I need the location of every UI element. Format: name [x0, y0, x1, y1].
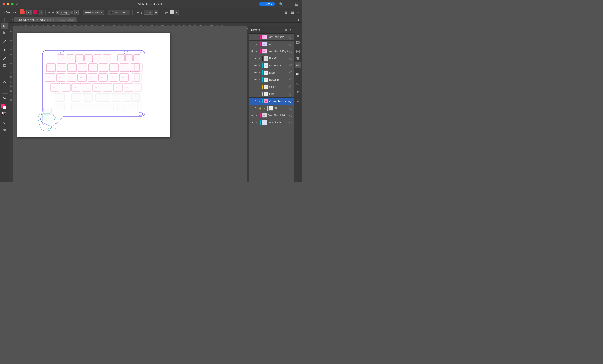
- canvas-content[interactable]: A1 A2 A3 A4 A5 A6 A7 A8 A9: [13, 26, 249, 182]
- rectangle-tool-button[interactable]: [1, 62, 8, 69]
- layer-target-circle[interactable]: [289, 71, 292, 74]
- stroke-increase[interactable]: ▲: [56, 11, 59, 14]
- appearance-icon-button[interactable]: [295, 80, 301, 86]
- layer-row[interactable]: ▶ img Don't look here.: [249, 34, 294, 41]
- paragraph-icon-button[interactable]: [295, 89, 301, 95]
- direct-selection-tool-button[interactable]: [1, 30, 8, 36]
- adjustments-icon-button[interactable]: [295, 33, 301, 39]
- shape-builder-tool-button[interactable]: [1, 95, 8, 101]
- fill-stroke-swatch[interactable]: [20, 10, 25, 15]
- touch-button[interactable]: Touch Call... ▾: [108, 10, 130, 15]
- layer-row-selected[interactable]: 👁 ▶ ⌨ All switch cutouts: [249, 98, 294, 105]
- selection-tool-button[interactable]: [1, 23, 8, 29]
- layer-row[interactable]: 👁 ▶ ⌨ Drop Thumb left: [249, 112, 294, 119]
- layer-target-circle[interactable]: [289, 35, 292, 38]
- line-tool-button[interactable]: [1, 56, 8, 62]
- zoom-tool-button[interactable]: [1, 120, 8, 126]
- scrollbar-vertical[interactable]: ▲ ▼: [247, 26, 249, 182]
- layer-row[interactable]: □ Guides: [249, 83, 294, 91]
- align-button[interactable]: ⊟: [290, 10, 295, 15]
- style-dropdown[interactable]: ▾: [175, 10, 179, 15]
- layer-target-circle[interactable]: [289, 107, 292, 110]
- layer-row[interactable]: 👁 ▶ □ Under the bed: [249, 119, 294, 126]
- gradient-icon-button[interactable]: [295, 71, 301, 77]
- document-tab[interactable]: ✕ quefrency-rev2-HM [v2].ai* @ 66.67 % (…: [14, 17, 77, 22]
- share-button[interactable]: 👤 Share: [259, 2, 275, 6]
- layer-row[interactable]: 👁 🔒 ▶ □ CT: [249, 105, 294, 112]
- expand-arrow[interactable]: ▶: [258, 78, 261, 81]
- visibility-toggle[interactable]: 👁: [250, 114, 254, 117]
- layer-row[interactable]: □ Hide: [249, 91, 294, 98]
- uniform-button[interactable]: Uniform ▾: [83, 10, 104, 15]
- more-button[interactable]: ≡: [296, 10, 300, 15]
- tab-collapse[interactable]: ≫: [11, 18, 13, 21]
- expand-arrow[interactable]: ▶: [258, 57, 261, 60]
- comment-icon-button[interactable]: [295, 40, 301, 46]
- layer-target-circle[interactable]: [289, 78, 292, 81]
- layer-target-circle[interactable]: [289, 85, 292, 88]
- fill-dropdown[interactable]: ▾: [26, 10, 31, 15]
- stroke-type-dropdown[interactable]: ▾: [39, 10, 43, 15]
- layer-target-circle[interactable]: [289, 50, 292, 53]
- type-tool-button[interactable]: T: [1, 47, 8, 53]
- visibility-toggle[interactable]: 👁: [250, 49, 254, 53]
- tab-close-icon[interactable]: ✕: [16, 18, 18, 21]
- layer-row[interactable]: 👁 ▶ □ BottomR: [249, 76, 294, 83]
- home-icon[interactable]: ⌂: [16, 2, 18, 6]
- layers-icon-button[interactable]: [295, 62, 301, 68]
- pen-tool-button[interactable]: [1, 38, 8, 45]
- layer-target-circle[interactable]: [289, 43, 292, 46]
- visibility-toggle[interactable]: [250, 35, 254, 39]
- visibility-toggle[interactable]: 👁: [254, 57, 257, 60]
- fullscreen-button[interactable]: [11, 3, 14, 5]
- rotate-tool-button[interactable]: [1, 79, 8, 86]
- panels-button[interactable]: ▤: [294, 2, 299, 7]
- expand-arrow[interactable]: ▶: [255, 43, 258, 46]
- scroll-up-button[interactable]: ▲: [247, 26, 249, 30]
- visibility-toggle[interactable]: 👁: [254, 71, 257, 75]
- expand-arrow[interactable]: ▶: [258, 100, 261, 103]
- expand-arrow[interactable]: ▶: [258, 64, 261, 67]
- align-icon-button[interactable]: [295, 56, 301, 61]
- libraries-icon-button[interactable]: [295, 49, 301, 55]
- grid-view-button[interactable]: ⊞: [284, 10, 289, 15]
- layer-target-circle[interactable]: [289, 114, 292, 117]
- expand-arrow[interactable]: ▶: [263, 107, 266, 110]
- visibility-toggle[interactable]: 👁: [254, 99, 257, 103]
- visibility-toggle[interactable]: [250, 42, 254, 46]
- pencil-tool-button[interactable]: [1, 71, 8, 77]
- scroll-right-button[interactable]: ▶: [298, 18, 300, 21]
- layer-target-circle[interactable]: [289, 93, 292, 95]
- visibility-toggle[interactable]: 👁: [254, 106, 257, 110]
- workspace-button[interactable]: ⊞: [287, 2, 291, 7]
- expand-arrow[interactable]: ▶: [258, 71, 261, 74]
- layer-row[interactable]: 👁 ▶ □ PlateR: [249, 55, 294, 62]
- warp-tool-button[interactable]: [1, 86, 8, 92]
- hand-tool-button[interactable]: [1, 127, 8, 133]
- layers-menu-button[interactable]: ≡: [290, 28, 291, 31]
- opacity-more[interactable]: ▶: [154, 10, 159, 15]
- layer-row[interactable]: 👁 ▼ ⌨ Drop Thumb Right: [249, 48, 294, 55]
- visibility-toggle[interactable]: 👁: [250, 121, 254, 124]
- layer-target-circle[interactable]: [289, 64, 292, 67]
- layer-target-circle[interactable]: [289, 57, 292, 60]
- visibility-toggle[interactable]: 👁: [254, 78, 257, 82]
- search-button[interactable]: 🔍: [278, 2, 284, 7]
- type-icon-button[interactable]: A: [295, 98, 301, 104]
- visibility-toggle[interactable]: [254, 85, 257, 89]
- visibility-toggle[interactable]: 👁: [254, 64, 257, 67]
- close-button[interactable]: [2, 3, 5, 5]
- layer-target-circle[interactable]: [289, 100, 292, 103]
- layer-target-circle[interactable]: [289, 121, 292, 124]
- fill-stroke-color-swatch[interactable]: [1, 104, 8, 110]
- expand-arrow[interactable]: ▶: [255, 121, 258, 124]
- layer-row[interactable]: 👁 ▶ □ Mid-HoleR: [249, 62, 294, 69]
- stroke-unit-dropdown[interactable]: ▾: [74, 10, 79, 15]
- expand-arrow[interactable]: ▶: [255, 35, 258, 38]
- expand-arrow[interactable]: ▶: [255, 114, 258, 117]
- visibility-toggle[interactable]: [254, 92, 257, 96]
- minimize-button[interactable]: [7, 3, 9, 5]
- no-fill-icon[interactable]: [3, 112, 6, 115]
- layer-row[interactable]: ▶ img Notes: [249, 41, 294, 48]
- layers-expand-button[interactable]: ≫: [285, 28, 288, 31]
